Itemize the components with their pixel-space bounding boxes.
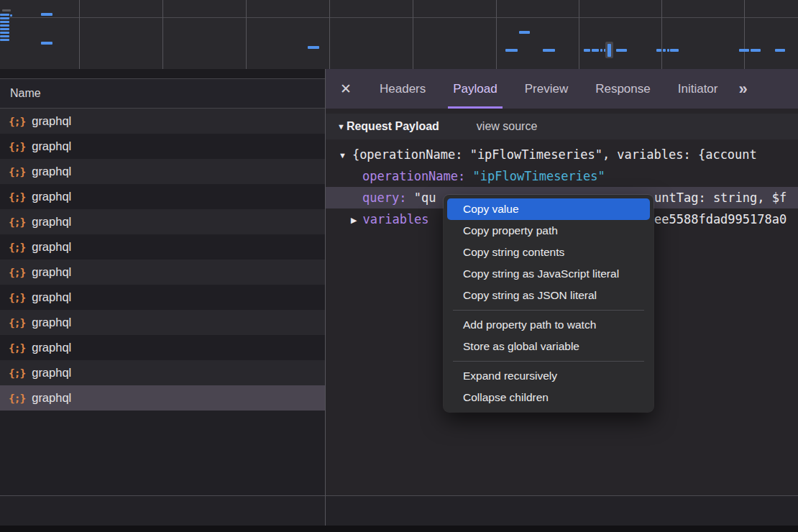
- request-row-graphql[interactable]: {;}graphql: [0, 360, 325, 385]
- context-menu-item-expand-recursively[interactable]: Expand recursively: [447, 365, 650, 387]
- request-timing-bar: [656, 49, 661, 52]
- request-name-label: graphql: [32, 366, 71, 380]
- network-overview-timeline[interactable]: [0, 0, 798, 69]
- context-menu-item-collapse-children[interactable]: Collapse children: [447, 387, 650, 408]
- menu-separator: [453, 310, 644, 311]
- request-row-graphql[interactable]: {;}graphql: [0, 234, 325, 260]
- request-timing-bar: [0, 24, 9, 27]
- json-icon: {;}: [9, 216, 25, 228]
- request-name-label: graphql: [32, 215, 71, 229]
- request-row-graphql[interactable]: {;}graphql: [0, 385, 325, 411]
- property-value-continued: ee5588fdad995178a0: [654, 208, 786, 230]
- tab-response[interactable]: Response: [590, 69, 656, 109]
- request-timing-bar: [0, 32, 9, 34]
- request-name-label: graphql: [32, 165, 71, 178]
- request-row-graphql[interactable]: {;}graphql: [0, 310, 325, 335]
- request-timing-bar: [663, 49, 666, 52]
- request-row-graphql[interactable]: {;}graphql: [0, 134, 325, 159]
- context-menu-item-copy-string-as-json-literal[interactable]: Copy string as JSON literal: [447, 285, 650, 306]
- overview-gridline: [744, 0, 745, 69]
- tab-payload[interactable]: Payload: [448, 69, 502, 109]
- menu-separator: [453, 361, 644, 362]
- context-menu-item-copy-property-path[interactable]: Copy property path: [447, 220, 650, 242]
- request-timing-bar: [739, 49, 749, 52]
- overview-gridline: [496, 0, 497, 69]
- tab-initiator[interactable]: Initiator: [673, 69, 723, 109]
- context-menu-item-copy-value[interactable]: Copy value: [447, 198, 650, 220]
- property-key: query:: [362, 191, 406, 205]
- overview-gridline: [329, 0, 330, 69]
- request-timing-bar: [41, 42, 52, 45]
- property-value-continued: untTag: string, $f: [654, 187, 786, 208]
- request-timing-bar: [10, 14, 12, 17]
- request-list: {;}graphql{;}graphql{;}graphql{;}graphql…: [0, 109, 325, 411]
- context-menu: Copy valueCopy property pathCopy string …: [444, 195, 653, 412]
- request-row-graphql[interactable]: {;}graphql: [0, 260, 325, 285]
- context-menu-item-store-as-global-variable[interactable]: Store as global variable: [447, 336, 650, 357]
- json-icon: {;}: [9, 292, 25, 303]
- request-row-graphql[interactable]: {;}graphql: [0, 159, 325, 184]
- context-menu-item-add-property-path-to-watch[interactable]: Add property path to watch: [447, 314, 650, 336]
- payload-root-row[interactable]: ▼{operationName: "ipFlowTimeseries", var…: [326, 144, 798, 165]
- property-key: variables: [362, 212, 428, 226]
- json-icon: {;}: [9, 116, 25, 127]
- json-icon: {;}: [9, 393, 25, 404]
- request-timing-bar: [0, 17, 9, 19]
- footer-divider: [0, 495, 798, 496]
- request-payload-section-header[interactable]: ▼Request Payloadview source: [326, 114, 798, 139]
- window-bottom-edge: [0, 526, 798, 532]
- summary-footer-bar: [0, 496, 798, 526]
- property-key: operationName:: [362, 169, 465, 183]
- request-name-label: graphql: [32, 290, 71, 304]
- context-menu-item-copy-string-as-javascript-literal[interactable]: Copy string as JavaScript literal: [447, 263, 650, 285]
- more-tabs-icon[interactable]: »: [738, 69, 746, 109]
- request-timing-bar: [670, 49, 679, 52]
- overview-gridline: [413, 0, 413, 69]
- json-icon: {;}: [9, 166, 25, 178]
- context-menu-item-copy-string-contents[interactable]: Copy string contents: [447, 242, 650, 263]
- request-row-graphql[interactable]: {;}graphql: [0, 209, 325, 234]
- request-timing-bar: [0, 14, 9, 16]
- view-source-link[interactable]: view source: [477, 120, 537, 132]
- request-name-label: graphql: [32, 139, 71, 153]
- devtools-window: Name {;}graphql{;}graphql{;}graphql{;}gr…: [0, 0, 798, 532]
- request-name-label: graphql: [32, 265, 71, 279]
- request-timing-bar: [0, 21, 9, 23]
- payload-operationname-row[interactable]: operationName: "ipFlowTimeseries": [326, 165, 798, 187]
- overview-horizontal-gridline: [0, 17, 798, 18]
- request-timing-bar: [584, 49, 590, 52]
- request-name-label: graphql: [32, 114, 71, 128]
- disclosure-triangle-icon[interactable]: ▶: [351, 216, 357, 224]
- request-timing-bar: [0, 39, 9, 41]
- request-timing-bar: [0, 35, 9, 37]
- request-timing-bar: [0, 28, 9, 30]
- request-row-graphql[interactable]: {;}graphql: [0, 184, 325, 209]
- json-icon: {;}: [9, 141, 25, 152]
- close-icon[interactable]: ✕: [326, 69, 366, 109]
- request-row-graphql[interactable]: {;}graphql: [0, 335, 325, 360]
- name-column-header[interactable]: Name: [0, 78, 325, 109]
- request-timing-bar: [308, 46, 319, 49]
- request-name-label: graphql: [32, 190, 71, 203]
- property-value: "qu: [414, 191, 436, 205]
- request-name-label: graphql: [32, 240, 71, 254]
- json-icon: {;}: [9, 242, 25, 253]
- overview-bottom-strip: [0, 69, 325, 78]
- section-title: Request Payload: [347, 120, 439, 132]
- request-name-label: graphql: [32, 316, 71, 329]
- json-icon: {;}: [9, 342, 25, 354]
- panel-divider[interactable]: [325, 69, 326, 526]
- json-icon: {;}: [9, 317, 25, 329]
- overview-gridline: [579, 0, 579, 69]
- tab-headers[interactable]: Headers: [375, 69, 431, 109]
- request-timing-bar: [616, 49, 627, 52]
- tab-preview[interactable]: Preview: [520, 69, 573, 109]
- request-row-graphql[interactable]: {;}graphql: [0, 109, 325, 134]
- disclosure-triangle-icon[interactable]: ▼: [339, 151, 347, 160]
- request-timing-bar: [592, 49, 599, 52]
- request-timing-bar: [775, 49, 785, 52]
- request-row-graphql[interactable]: {;}graphql: [0, 285, 325, 310]
- disclosure-triangle-icon[interactable]: ▼: [337, 122, 345, 131]
- detail-tabbar: ✕ HeadersPayloadPreviewResponseInitiator…: [326, 69, 798, 109]
- request-timing-bar: [519, 31, 530, 34]
